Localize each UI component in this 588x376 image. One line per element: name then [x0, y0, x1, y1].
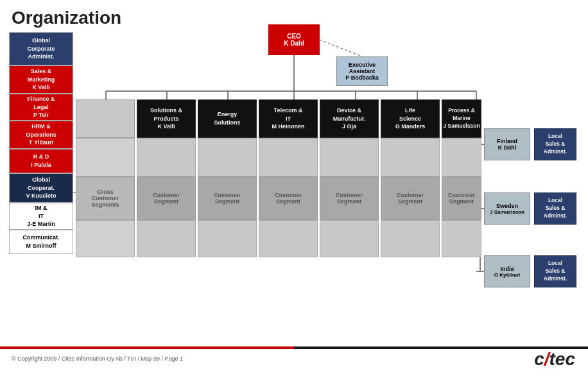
- energy-col: EnergySolutions CustomerSegment: [198, 99, 257, 257]
- sweden-local-text: LocalSales &Adminst.: [544, 197, 567, 220]
- device-header: Device &Manufactur.J Oja: [320, 99, 379, 138]
- india-local-text: LocalSales &Adminst.: [544, 260, 567, 283]
- finland-line2: K Dahl: [498, 144, 517, 151]
- solutions-col: Solutions &ProductsK Valli CustomerSegme…: [137, 99, 196, 257]
- sidebar: GlobalCorporateAdminist. Sales &Marketin…: [9, 32, 73, 254]
- sidebar-item-global-corp: GlobalCorporateAdminist.: [9, 32, 73, 65]
- cross-middle: CrossCustomerSegments: [76, 176, 135, 220]
- india-line2: O Kytökari: [494, 272, 520, 278]
- india-box: India O Kytökari: [484, 255, 530, 287]
- finland-box: Finland K Dahl: [484, 128, 530, 160]
- sidebar-item-hrm: HRM &OperationsT Ylilauri: [9, 121, 73, 149]
- lifescience-col: LifeScienceG Manders CustomerSegment: [381, 99, 440, 257]
- telecom-header: Telecom &ITM Heinonen: [259, 99, 318, 138]
- sidebar-item-communicat: Communicat.M Smirnoff: [9, 230, 73, 254]
- india-local-box: LocalSales &Adminst.: [534, 255, 576, 287]
- ceo-line2: K Dahl: [284, 40, 304, 47]
- device-bottom: [320, 220, 379, 257]
- sidebar-item-global-coop: GlobalCooperat.V Kuucieto: [9, 173, 73, 203]
- energy-header: EnergySolutions: [198, 99, 257, 138]
- lifescience-top: [381, 138, 440, 176]
- lifescience-middle: CustomerSegment: [381, 176, 440, 220]
- solutions-top: [137, 138, 196, 176]
- lifescience-header: LifeScienceG Manders: [381, 99, 440, 138]
- cross-header: [76, 99, 135, 138]
- svg-line-9: [320, 40, 362, 56]
- telecom-top: [259, 138, 318, 176]
- exec-line1: Executive: [349, 62, 376, 68]
- finland-local-text: LocalSales &Adminst.: [544, 133, 567, 156]
- logo-slash: /: [544, 349, 549, 369]
- finland-line1: Finland: [497, 138, 517, 144]
- device-top: [320, 138, 379, 176]
- logo-tec: tec: [549, 349, 575, 369]
- telecom-bottom: [259, 220, 318, 257]
- process-col: Process &MarineJ Samuelsson CustomerSegm…: [442, 99, 481, 257]
- sidebar-item-finance: Finance &LegalP Teir: [9, 94, 73, 121]
- logo-c: c: [534, 349, 544, 369]
- lifescience-bottom: [381, 220, 440, 257]
- sweden-box: Sweden J Samuelsson: [484, 192, 530, 225]
- sidebar-item-sales: Sales &MarketingK Valli: [9, 65, 73, 94]
- process-bottom: [442, 220, 481, 257]
- telecom-middle: CustomerSegment: [259, 176, 318, 220]
- ceo-line1: CEO: [287, 33, 301, 40]
- ceo-box: CEO K Dahl: [268, 24, 320, 55]
- energy-middle: CustomerSegment: [198, 176, 257, 220]
- citec-logo: c/tec: [534, 349, 575, 370]
- process-top: [442, 138, 481, 176]
- exec-assistant-box: Executive Assistant P Bodbacka: [336, 56, 388, 86]
- device-middle: CustomerSegment: [320, 176, 379, 220]
- solutions-bottom: [137, 220, 196, 257]
- process-header: Process &MarineJ Samuelsson: [442, 99, 481, 138]
- page-title: Organization: [12, 8, 121, 28]
- cross-top: [76, 138, 135, 176]
- page: Organization CEO K Dahl Executive Assist…: [0, 0, 588, 376]
- sweden-local-box: LocalSales &Adminst.: [534, 192, 576, 225]
- exec-line2: Assistant: [349, 68, 376, 74]
- telecom-col: Telecom &ITM Heinonen CustomerSegment: [259, 99, 318, 257]
- india-line1: India: [500, 266, 514, 272]
- bottom-bar: [0, 346, 588, 349]
- footer-text: © Copyright 2009 / Citec Information Oy …: [12, 355, 183, 362]
- sweden-line1: Sweden: [496, 203, 518, 209]
- exec-line3: P Bodbacka: [345, 74, 378, 81]
- solutions-header: Solutions &ProductsK Valli: [137, 99, 196, 138]
- process-middle: CustomerSegment: [442, 176, 481, 220]
- cross-segment-col: CrossCustomerSegments: [76, 99, 135, 257]
- energy-bottom: [198, 220, 257, 257]
- finland-local-box: LocalSales &Adminst.: [534, 128, 576, 160]
- solutions-middle: CustomerSegment: [137, 176, 196, 220]
- sidebar-item-im-it: IM &ITJ-E Martin: [9, 203, 73, 230]
- cross-bottom: [76, 220, 135, 257]
- device-col: Device &Manufactur.J Oja CustomerSegment: [320, 99, 379, 257]
- energy-top: [198, 138, 257, 176]
- sweden-line2: J Samuelsson: [490, 209, 524, 215]
- sidebar-item-rd: R & DI Palola: [9, 149, 73, 173]
